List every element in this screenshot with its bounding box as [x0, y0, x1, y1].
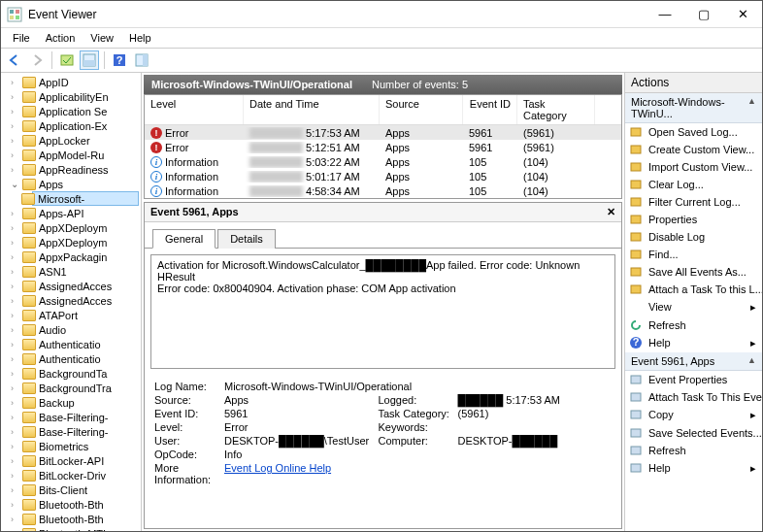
action-item[interactable]: Attach Task To This Eve... [625, 388, 762, 406]
prop-keywords [458, 421, 613, 433]
action-help[interactable]: ?Help▸ [625, 334, 762, 352]
action-item[interactable]: Attach a Task To this L... [625, 281, 762, 298]
tree-item[interactable]: ›AppXDeploym [1, 235, 141, 249]
folder-icon [22, 77, 36, 88]
tree-item[interactable]: ›Bluetooth-MTI [1, 526, 141, 531]
action-item[interactable]: Save Selected Events... [625, 424, 762, 442]
tree-item[interactable]: ›Authenticatio [1, 337, 141, 351]
tab-general[interactable]: General [152, 229, 216, 249]
tree-item[interactable]: ›Audio [1, 322, 141, 337]
event-row[interactable]: !Error 00/00/0000 5:17:53 AM Apps 5961 (… [145, 125, 621, 140]
maximize-button[interactable]: ▢ [684, 1, 723, 28]
action-item[interactable]: Save All Events As... [625, 263, 762, 281]
tree-item[interactable]: ›BackgroundTa [1, 366, 141, 381]
tree-item[interactable]: ›AppID [1, 75, 141, 89]
tree-item[interactable]: ›AssignedAcces [1, 293, 141, 308]
tree-item[interactable]: ›AssignedAcces [1, 279, 141, 293]
tree-item[interactable]: ›Bluetooth-Bth [1, 512, 141, 526]
nav-back-button[interactable] [5, 50, 24, 70]
action-item[interactable]: Copy▸ [625, 406, 762, 424]
tree-item[interactable]: ›Application Se [1, 104, 141, 118]
tree-item[interactable]: ›AppLocker [1, 133, 141, 148]
action-item[interactable]: Disable Log [625, 228, 762, 246]
nav-forward-button[interactable] [27, 50, 47, 70]
toolbar-pane-icon[interactable] [132, 50, 151, 70]
folder-icon [22, 470, 36, 482]
col-task[interactable]: Task Category [517, 95, 595, 124]
tree-item[interactable]: ›Base-Filtering- [1, 410, 141, 424]
log-title: Microsoft-Windows-TWinUI/Operational [151, 79, 352, 90]
tree-item[interactable]: ›BitLocker-Driv [1, 468, 141, 482]
tree-item[interactable]: ›BackgroundTra [1, 381, 141, 395]
col-eventid[interactable]: Event ID [463, 95, 517, 124]
tree-item[interactable]: ›AppReadiness [1, 162, 141, 177]
svg-rect-18 [631, 233, 641, 241]
tree-item[interactable]: ›Authenticatio [1, 351, 141, 366]
col-datetime[interactable]: Date and Time [244, 95, 380, 124]
tree-item[interactable]: ›Bits-Client [1, 482, 141, 497]
tree-item[interactable]: ›Backup [1, 395, 141, 410]
tab-details[interactable]: Details [217, 229, 276, 249]
tree-item-apps[interactable]: Apps [1, 177, 141, 191]
action-item[interactable]: Refresh [625, 442, 762, 459]
tree-item[interactable]: ›AppxPackagin [1, 249, 141, 264]
folder-icon [22, 179, 36, 190]
menu-file[interactable]: File [5, 30, 38, 46]
action-icon [629, 178, 643, 191]
event-row[interactable]: iInformation 00/00/0000 4:58:34 AM Apps … [145, 183, 621, 198]
toolbar-action-icon[interactable] [57, 50, 77, 70]
tree-item[interactable]: ›Base-Filtering- [1, 424, 141, 439]
tree-item[interactable]: ›Apps-API [1, 206, 141, 220]
event-row[interactable]: iInformation 00/00/0000 5:01:17 AM Apps … [145, 169, 621, 183]
action-item[interactable]: Import Custom View... [625, 158, 762, 176]
tree-panel[interactable]: ›AppID›ApplicabilityEn›Application Se›Ap… [1, 73, 142, 531]
menu-help[interactable]: Help [121, 30, 159, 46]
folder-icon [22, 412, 36, 423]
action-view[interactable]: View▸ [625, 298, 762, 316]
action-refresh[interactable]: Refresh [625, 316, 762, 334]
svg-rect-1 [10, 10, 14, 14]
event-row[interactable]: iInformation 00/00/0000 5:03:22 AM Apps … [145, 154, 621, 169]
tree-item-selected[interactable]: Microsoft- [32, 191, 139, 206]
close-button[interactable]: ✕ [723, 1, 762, 28]
tree-item[interactable]: ›AppXDeploym [1, 220, 141, 235]
menu-action[interactable]: Action [38, 30, 83, 46]
tree-item[interactable]: ›Bluetooth-Bth [1, 497, 141, 512]
svg-rect-17 [631, 216, 641, 223]
minimize-button[interactable]: — [646, 1, 684, 28]
detail-title: Event 5961, Apps [150, 206, 239, 218]
menu-view[interactable]: View [83, 30, 121, 46]
info-icon: i [150, 185, 162, 197]
tree-item[interactable]: ›ATAPort [1, 308, 141, 322]
tree-item[interactable]: ›BitLocker-API [1, 453, 141, 468]
svg-text:?: ? [116, 54, 123, 66]
prop-computer: DESKTOP-██████ [458, 435, 613, 447]
tree-item[interactable]: ›ASN1 [1, 264, 141, 279]
props-icon [629, 213, 643, 226]
tree-item[interactable]: ›ApplicabilityEn [1, 89, 141, 104]
col-level[interactable]: Level [145, 95, 244, 124]
svg-rect-15 [631, 181, 641, 188]
action-item[interactable]: Event Properties [625, 371, 762, 388]
chevron-up-icon[interactable]: ▲ [747, 96, 756, 119]
info-icon: i [150, 171, 162, 183]
svg-rect-11 [143, 54, 148, 66]
action-item[interactable]: Open Saved Log... [625, 123, 762, 141]
action-item[interactable]: Clear Log... [625, 176, 762, 193]
tree-item[interactable]: ›AppModel-Ru [1, 148, 141, 162]
action-item[interactable]: Find... [625, 246, 762, 263]
toolbar-help-icon[interactable]: ? [110, 50, 129, 70]
event-row[interactable]: !Error 00/00/0000 5:12:51 AM Apps 5961 (… [145, 140, 621, 154]
action-item[interactable]: Filter Current Log... [625, 193, 762, 211]
detail-close-icon[interactable]: ✕ [607, 206, 615, 218]
toolbar-preview-icon[interactable] [80, 50, 99, 70]
col-source[interactable]: Source [380, 95, 463, 124]
chevron-up-icon[interactable]: ▲ [747, 355, 756, 367]
tree-item[interactable]: ›Application-Ex [1, 118, 141, 133]
action-item[interactable]: Help▸ [625, 459, 762, 478]
tree-item[interactable]: ›Biometrics [1, 439, 141, 453]
online-help-link[interactable]: Event Log Online Help [224, 462, 331, 474]
action-item[interactable]: Properties [625, 211, 762, 228]
action-item[interactable]: Create Custom View... [625, 141, 762, 158]
folder-icon [22, 397, 36, 409]
